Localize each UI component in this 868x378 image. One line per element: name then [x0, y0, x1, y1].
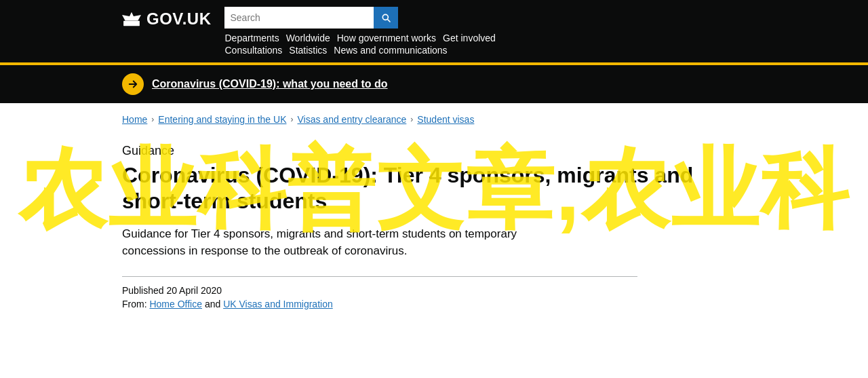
gov-logo-link[interactable]: GOV.UK — [122, 10, 211, 29]
from-separator: and — [205, 299, 220, 309]
search-input[interactable] — [224, 7, 374, 29]
breadcrumb-home[interactable]: Home — [122, 114, 147, 125]
arrow-right-icon — [127, 78, 139, 90]
nav-links: Departments Worldwide How government wor… — [224, 33, 746, 56]
from-row: From: Home Office and UK Visas and Immig… — [122, 299, 746, 309]
from-home-office[interactable]: Home Office — [149, 299, 202, 309]
search-button[interactable] — [374, 7, 398, 29]
published-label: Published — [122, 285, 164, 296]
breadcrumb-sep-3: › — [410, 115, 413, 124]
breadcrumb-visas[interactable]: Visas and entry clearance — [297, 114, 406, 125]
logo-text: GOV.UK — [146, 10, 211, 29]
breadcrumb-student-visas[interactable]: Student visas — [417, 114, 474, 125]
from-label: From: — [122, 299, 147, 309]
content-area: Guidance Coronavirus (COVID-19): Tier 4 … — [122, 130, 746, 326]
breadcrumb-sep-1: › — [151, 115, 154, 124]
left-content: Guidance Coronavirus (COVID-19): Tier 4 … — [122, 144, 746, 312]
meta-divider — [122, 276, 637, 277]
published-row: Published 20 April 2020 — [122, 285, 746, 296]
svg-rect-0 — [123, 21, 140, 26]
nav-consultations[interactable]: Consultations — [224, 45, 289, 56]
main-content: Home › Entering and staying in the UK › … — [108, 103, 760, 326]
site-header: GOV.UK Departments Worldwide How governm… — [0, 0, 868, 62]
search-icon — [380, 12, 391, 23]
arrow-circle-icon — [122, 73, 144, 95]
nav-news[interactable]: News and communications — [334, 45, 454, 56]
covid-banner-link[interactable]: Coronavirus (COVID-19): what you need to… — [152, 78, 388, 90]
header-right: Departments Worldwide How government wor… — [224, 7, 746, 56]
nav-worldwide[interactable]: Worldwide — [286, 33, 337, 43]
nav-row2: Consultations Statistics News and commun… — [224, 45, 746, 56]
nav-statistics[interactable]: Statistics — [289, 45, 334, 56]
from-ukvi[interactable]: UK Visas and Immigration — [223, 299, 333, 309]
page-description: Guidance for Tier 4 sponsors, migrants a… — [122, 225, 542, 260]
page-title: Coronavirus (COVID-19): Tier 4 sponsors,… — [122, 162, 746, 214]
nav-get-involved[interactable]: Get involved — [443, 33, 502, 43]
breadcrumb-sep-2: › — [290, 115, 293, 124]
breadcrumb: Home › Entering and staying in the UK › … — [122, 103, 746, 130]
covid-banner: Coronavirus (COVID-19): what you need to… — [0, 62, 868, 103]
nav-how-government-works[interactable]: How government works — [337, 33, 443, 43]
breadcrumb-entering[interactable]: Entering and staying in the UK — [158, 114, 286, 125]
nav-departments[interactable]: Departments — [224, 33, 285, 43]
published-date: 20 April 2020 — [166, 285, 222, 296]
crown-icon — [122, 11, 141, 27]
nav-row1: Departments Worldwide How government wor… — [224, 33, 746, 43]
guidance-label: Guidance — [122, 144, 746, 158]
search-row — [224, 7, 746, 29]
